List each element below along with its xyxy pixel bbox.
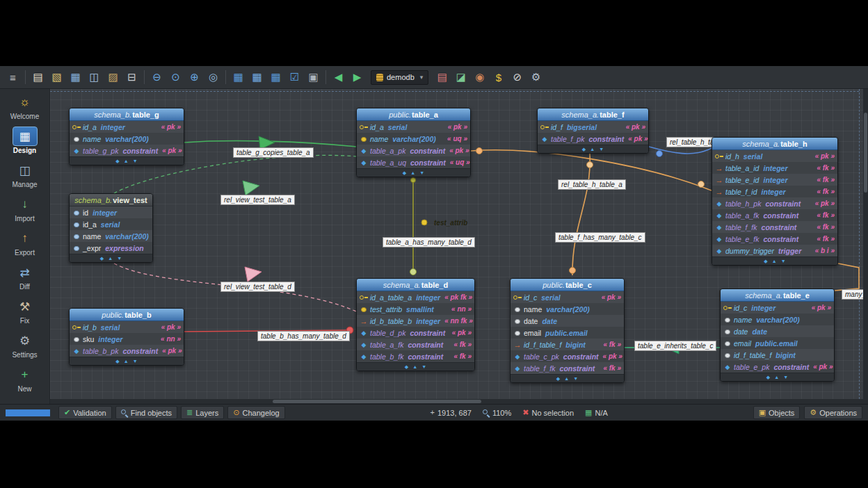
- sidebar-item-diff[interactable]: ⇄Diff: [0, 263, 49, 291]
- fix-model-icon[interactable]: ◉: [471, 69, 488, 86]
- table-row[interactable]: _exprexpression: [70, 242, 152, 254]
- close-model-icon[interactable]: ▤: [433, 69, 451, 86]
- table-table_h[interactable]: schema_a.table_hid_hserial« pk »table_a_…: [712, 137, 838, 266]
- collapse-icon[interactable]: ▲: [124, 357, 129, 366]
- table-row[interactable]: id_hserial« pk »: [712, 150, 837, 162]
- sidebar-item-settings[interactable]: ⚙Settings: [0, 331, 49, 359]
- attribs-toggle-icon[interactable]: ◆: [115, 157, 119, 165]
- table-row[interactable]: table_f_idinteger« fk »: [712, 186, 837, 197]
- table-row[interactable]: skuinteger« nn »: [70, 333, 184, 345]
- table-table_f[interactable]: schema_a.table_fid_fbigserial« pk »table…: [537, 108, 649, 154]
- table-row[interactable]: namevarchar(200): [70, 133, 184, 145]
- table-row[interactable]: table_a_uqconstraint« uq »: [357, 156, 470, 168]
- collapse-icon[interactable]: ▲: [108, 254, 113, 263]
- table-row[interactable]: datedate: [721, 325, 834, 337]
- attribs-toggle-icon[interactable]: ◆: [115, 357, 119, 366]
- fit-zoom-icon[interactable]: ◎: [204, 69, 222, 86]
- expand-icon[interactable]: ▼: [421, 363, 426, 371]
- table-header[interactable]: public.table_a: [357, 108, 470, 121]
- relationship-label[interactable]: table_a_has_many_table_d: [383, 237, 475, 247]
- table-row[interactable]: id_bserial« pk »: [70, 321, 184, 333]
- table-row[interactable]: table_e_idinteger« fk »: [712, 174, 837, 186]
- table-header[interactable]: schema_a.table_f: [538, 108, 648, 121]
- attribs-toggle-icon[interactable]: ◆: [405, 363, 408, 371]
- relationship-label[interactable]: table_f_has_many_table_c: [555, 232, 645, 243]
- collapse-icon[interactable]: ▲: [772, 257, 777, 266]
- relationship-label[interactable]: table_g_copies_table_a: [233, 147, 314, 158]
- table-table_c[interactable]: public.table_cid_cserial« pk »namevarcha…: [510, 278, 625, 383]
- table-row[interactable]: id_f_table_fbigint« fk »: [511, 339, 624, 350]
- compact-view-icon[interactable]: ☑: [286, 69, 303, 86]
- layers-button[interactable]: ≣Layers: [181, 406, 224, 419]
- table-row[interactable]: id_b_table_binteger« nn fk »: [357, 315, 474, 327]
- relationship-label[interactable]: rel_table_h_table_a: [558, 179, 626, 190]
- sidebar-item-export[interactable]: ↑Export: [0, 229, 49, 257]
- expand-icon[interactable]: ▼: [117, 254, 122, 263]
- table-row[interactable]: table_c_pkconstraint« pk »: [511, 350, 624, 362]
- normal-zoom-icon[interactable]: ⊙: [167, 69, 184, 86]
- save-as-icon[interactable]: ◫: [86, 69, 103, 86]
- table-row[interactable]: id_aserial« pk »: [357, 121, 470, 133]
- save-model-icon[interactable]: ▦: [67, 69, 84, 86]
- table-table_a[interactable]: public.table_aid_aserial« pk »namevarcha…: [356, 108, 471, 177]
- zoom-in-icon[interactable]: ⊕: [186, 69, 203, 86]
- horizontal-scrollbar-thumb[interactable]: [273, 400, 481, 403]
- table-row[interactable]: namevarchar(200): [721, 314, 834, 325]
- table-row[interactable]: namevarchar(200)« uq »: [357, 133, 470, 145]
- table-row[interactable]: table_e_pkconstraint« pk »: [721, 361, 834, 373]
- collapse-icon[interactable]: ▲: [590, 145, 595, 154]
- relationship-label[interactable]: rel_view_test_table_a: [220, 195, 295, 205]
- validation-button[interactable]: ✔Validation: [58, 406, 112, 419]
- changelog-button[interactable]: ⊙Changelog: [227, 406, 284, 419]
- attribs-toggle-icon[interactable]: ◆: [556, 375, 560, 383]
- table-header[interactable]: schema_a.table_e: [721, 289, 834, 302]
- table-header[interactable]: schema_a.table_d: [357, 279, 474, 291]
- attribs-toggle-icon[interactable]: ◆: [582, 145, 586, 154]
- forward-icon[interactable]: ▶: [348, 69, 366, 86]
- main-menu-icon[interactable]: ≡: [4, 69, 22, 86]
- table-row[interactable]: table_f_fkconstraint« fk »: [511, 362, 624, 374]
- sidebar-item-new[interactable]: +New: [0, 365, 49, 393]
- relationship-label[interactable]: rel_view_test_table_d: [220, 282, 295, 292]
- expand-icon[interactable]: ▼: [133, 357, 138, 366]
- collapse-icon[interactable]: ▲: [564, 375, 569, 383]
- table-header[interactable]: schema_a.table_h: [712, 138, 837, 150]
- table-table_d[interactable]: schema_a.table_did_a_table_ainteger« pk …: [356, 278, 475, 371]
- table-row[interactable]: id_a_table_ainteger« pk fk »: [357, 291, 474, 303]
- table-row[interactable]: id_cserial« pk »: [511, 291, 624, 303]
- table-row[interactable]: dummy_triggertrigger« b i »: [712, 245, 837, 257]
- table-row[interactable]: test_attribsmallint« nn »: [357, 303, 474, 315]
- sidebar-item-design[interactable]: ▦Design: [0, 127, 49, 154]
- open-model-icon[interactable]: ▧: [48, 69, 65, 86]
- horizontal-scrollbar[interactable]: [50, 399, 863, 404]
- table-row[interactable]: id_f_table_fbigint: [721, 349, 834, 361]
- expand-icon[interactable]: ▼: [419, 169, 424, 177]
- table-row[interactable]: table_h_pkconstraint« pk »: [712, 197, 837, 209]
- plugins-icon[interactable]: ⚙: [527, 69, 545, 86]
- attribs-toggle-icon[interactable]: ◆: [766, 373, 770, 382]
- table-row[interactable]: id_aserial: [70, 218, 152, 230]
- table-row[interactable]: table_a_fkconstraint« fk »: [357, 339, 474, 350]
- table-row[interactable]: table_g_pkconstraint« pk »: [70, 145, 184, 156]
- table-table_e[interactable]: schema_a.table_eid_cinteger« pk »namevar…: [720, 288, 835, 382]
- objects-panel-button[interactable]: ▣Objects: [753, 406, 801, 419]
- attribs-toggle-icon[interactable]: ◆: [100, 254, 104, 263]
- table-row[interactable]: table_a_pkconstraint« pk »: [357, 145, 470, 156]
- table-row[interactable]: table_a_fkconstraint« fk »: [712, 209, 837, 221]
- find-objects-button[interactable]: Find objects: [115, 406, 177, 419]
- attribs-toggle-icon[interactable]: ◆: [403, 169, 406, 177]
- table-row[interactable]: emailpublic.email: [511, 327, 624, 339]
- table-row[interactable]: table_b_pkconstraint« pk »: [70, 345, 184, 357]
- table-table_b[interactable]: public.table_bid_bserial« pk »skuinteger…: [69, 308, 184, 366]
- table-row[interactable]: id_fbigserial« pk »: [538, 121, 648, 133]
- table-row[interactable]: datedate: [511, 315, 624, 327]
- sidebar-item-import[interactable]: ↓Import: [0, 195, 49, 222]
- table-header[interactable]: schema_b.table_g: [70, 108, 184, 121]
- disable-render-icon[interactable]: ⊘: [508, 69, 526, 86]
- database-selector[interactable]: demodb▾: [371, 70, 428, 85]
- table-row[interactable]: emailpublic.email: [721, 337, 834, 349]
- vertical-scrollbar[interactable]: [863, 89, 868, 404]
- operations-panel-button[interactable]: ⚙Operations: [804, 406, 862, 419]
- expand-icon[interactable]: ▼: [783, 373, 788, 382]
- new-model-icon[interactable]: ▤: [29, 69, 47, 86]
